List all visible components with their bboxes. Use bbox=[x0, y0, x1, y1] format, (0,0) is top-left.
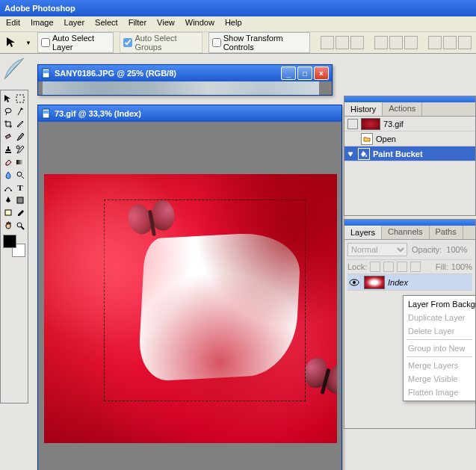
svg-point-18 bbox=[353, 281, 356, 284]
zoom-tool[interactable] bbox=[14, 219, 26, 232]
open-step-icon bbox=[361, 133, 373, 145]
auto-select-groups-option[interactable]: Auto Select Groups bbox=[120, 32, 202, 53]
auto-select-layer-option[interactable]: Auto Select Layer bbox=[37, 32, 114, 53]
history-snapshot-row[interactable]: 73.gif bbox=[344, 117, 475, 132]
wand-tool[interactable] bbox=[14, 105, 26, 117]
show-transform-checkbox[interactable] bbox=[212, 38, 221, 47]
ctx-layer-from-bg[interactable]: Layer From Background bbox=[404, 297, 475, 311]
svg-rect-1 bbox=[16, 95, 24, 102]
svg-rect-14 bbox=[43, 70, 49, 73]
layer-visibility-icon[interactable] bbox=[347, 276, 361, 289]
maximize-button[interactable]: □ bbox=[297, 67, 312, 80]
align-right-icon[interactable] bbox=[404, 36, 418, 49]
slice-tool[interactable] bbox=[14, 117, 26, 130]
history-panel: History Actions 73.gif Open Paint Bucket bbox=[344, 96, 476, 216]
align-buttons-group-2 bbox=[374, 36, 418, 49]
type-tool[interactable]: T bbox=[14, 181, 26, 194]
distribute-vcenter-icon[interactable] bbox=[443, 36, 457, 49]
foreground-color-swatch[interactable] bbox=[3, 235, 16, 248]
lock-transparent-icon[interactable] bbox=[370, 262, 380, 272]
snapshot-thumb bbox=[361, 118, 380, 130]
toolbox: T bbox=[0, 90, 28, 403]
tab-layers[interactable]: Layers bbox=[344, 226, 382, 239]
distribute-top-icon[interactable] bbox=[428, 36, 442, 49]
lock-pixels-icon[interactable] bbox=[383, 262, 394, 272]
fill-value: 100% bbox=[451, 262, 472, 271]
close-button[interactable]: × bbox=[314, 67, 329, 80]
panel-gripper[interactable] bbox=[344, 220, 475, 226]
menu-image[interactable]: Image bbox=[31, 18, 54, 30]
ctx-delete-layer: Delete Layer bbox=[404, 324, 475, 338]
menu-window[interactable]: Window bbox=[185, 18, 214, 30]
butterfly-top bbox=[123, 198, 182, 247]
align-vcenter-icon[interactable] bbox=[336, 36, 349, 49]
hand-tool[interactable] bbox=[2, 219, 14, 232]
align-hcenter-icon[interactable] bbox=[389, 36, 403, 49]
show-transform-option[interactable]: Show Transform Controls bbox=[208, 32, 310, 53]
auto-select-groups-checkbox[interactable] bbox=[123, 38, 132, 47]
distribute-buttons-group bbox=[428, 36, 472, 49]
layer-row-index[interactable]: Index bbox=[347, 274, 472, 291]
menu-layer[interactable]: Layer bbox=[64, 18, 85, 30]
doc1-canvas[interactable] bbox=[38, 81, 332, 95]
move-tool-preset-icon[interactable] bbox=[4, 34, 19, 51]
eyedropper-tool[interactable] bbox=[14, 206, 26, 219]
shape-tool[interactable] bbox=[14, 194, 26, 206]
lock-position-icon[interactable] bbox=[397, 262, 407, 272]
auto-select-layer-label: Auto Select Layer bbox=[52, 34, 111, 52]
layer-name[interactable]: Index bbox=[388, 278, 408, 287]
history-brush-tool[interactable] bbox=[14, 143, 26, 155]
menu-select[interactable]: Select bbox=[95, 18, 118, 30]
doc1-titlebar[interactable]: SANY0186.JPG @ 25% (RGB/8) _ □ × bbox=[38, 65, 332, 81]
document-window-1[interactable]: SANY0186.JPG @ 25% (RGB/8) _ □ × bbox=[37, 64, 333, 96]
crop-tool[interactable] bbox=[2, 117, 14, 130]
tab-paths[interactable]: Paths bbox=[430, 226, 463, 239]
distribute-bottom-icon[interactable] bbox=[458, 36, 472, 49]
brush-tool[interactable] bbox=[14, 130, 26, 143]
lasso-tool[interactable] bbox=[2, 105, 14, 117]
align-bottom-icon[interactable] bbox=[350, 36, 364, 49]
selection-marquee bbox=[104, 200, 306, 401]
panel-gripper[interactable] bbox=[344, 96, 475, 102]
roses-image bbox=[44, 174, 337, 443]
doc2-titlebar[interactable]: 73.gif @ 33,3% (Index) bbox=[38, 105, 341, 122]
path-tool[interactable] bbox=[2, 181, 14, 194]
color-swatches[interactable] bbox=[3, 235, 25, 257]
eraser-tool[interactable] bbox=[2, 155, 14, 168]
document-window-2[interactable]: 73.gif @ 33,3% (Index) bbox=[37, 105, 342, 470]
gradient-tool[interactable] bbox=[14, 155, 26, 168]
notes-tool[interactable] bbox=[2, 206, 14, 219]
pen-tool[interactable] bbox=[2, 194, 14, 206]
dodge-tool[interactable] bbox=[14, 168, 26, 181]
svg-line-12 bbox=[21, 226, 24, 229]
menu-help[interactable]: Help bbox=[225, 18, 242, 30]
svg-line-6 bbox=[22, 176, 24, 179]
minimize-button[interactable]: _ bbox=[281, 67, 296, 80]
history-step-open[interactable]: Open bbox=[344, 132, 475, 146]
menu-view[interactable]: View bbox=[157, 18, 175, 30]
history-step-paintbucket[interactable]: Paint Bucket bbox=[344, 146, 475, 161]
layers-panel-tabs: Layers Channels Paths bbox=[344, 226, 475, 240]
auto-select-layer-checkbox[interactable] bbox=[41, 38, 50, 47]
tool-dropdown-icon[interactable]: ▼ bbox=[25, 40, 31, 46]
menu-edit[interactable]: Edit bbox=[6, 18, 20, 30]
butterfly-bottom bbox=[295, 355, 337, 408]
tab-actions[interactable]: Actions bbox=[383, 102, 422, 116]
snapshot-source-icon[interactable] bbox=[347, 119, 358, 129]
align-buttons-group bbox=[321, 36, 364, 49]
blend-mode-select[interactable]: Normal bbox=[347, 243, 407, 256]
tab-channels[interactable]: Channels bbox=[382, 226, 429, 239]
blur-tool[interactable] bbox=[2, 168, 14, 181]
align-left-icon[interactable] bbox=[374, 36, 388, 49]
move-tool[interactable] bbox=[2, 92, 14, 105]
stamp-tool[interactable] bbox=[2, 143, 14, 155]
marquee-tool[interactable] bbox=[14, 92, 26, 105]
menu-filter[interactable]: Filter bbox=[129, 18, 146, 30]
layers-options-row: Normal Opacity: 100% bbox=[347, 243, 472, 256]
tab-history[interactable]: History bbox=[344, 102, 383, 116]
align-top-icon[interactable] bbox=[321, 36, 334, 49]
healing-tool[interactable] bbox=[2, 130, 14, 143]
lock-all-icon[interactable] bbox=[410, 262, 421, 272]
doc2-canvas[interactable] bbox=[38, 122, 341, 470]
history-step-label: Paint Bucket bbox=[373, 149, 423, 158]
